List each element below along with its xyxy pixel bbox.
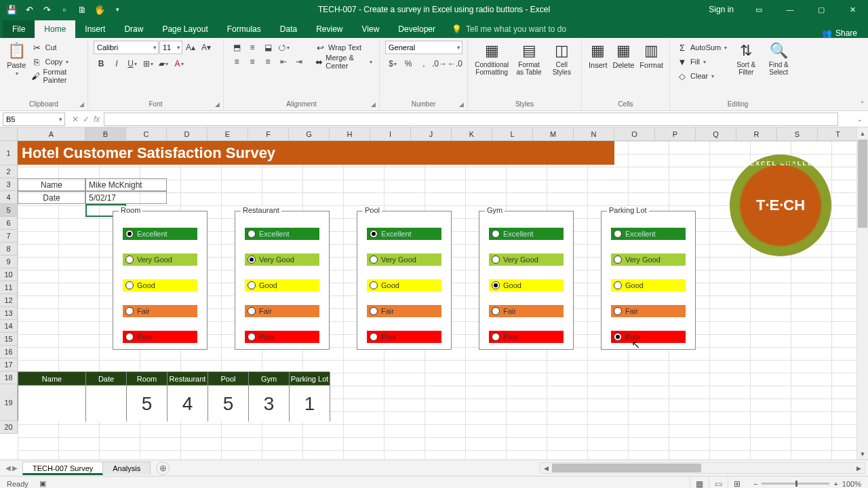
radio-very-good[interactable]: Very Good <box>367 253 441 266</box>
orientation-icon[interactable]: ⭯▾ <box>276 41 291 54</box>
tab-data[interactable]: Data <box>271 20 307 38</box>
scroll-down-icon[interactable]: ▼ <box>857 448 868 460</box>
underline-button[interactable]: U▾ <box>125 57 140 70</box>
tab-file[interactable]: File <box>3 20 35 38</box>
collapse-ribbon-icon[interactable]: ˄ <box>861 100 864 108</box>
tab-page-layout[interactable]: Page Layout <box>153 20 217 38</box>
radio-fair[interactable]: Fair <box>123 305 197 317</box>
autosum-button[interactable]: ΣAutoSum▾ <box>675 41 728 54</box>
results-value[interactable]: 5 <box>127 385 167 422</box>
name-box[interactable]: B5 <box>3 113 65 126</box>
radio-good[interactable]: Good <box>489 279 564 291</box>
radio-very-good[interactable]: Very Good <box>611 253 686 266</box>
italic-button[interactable]: I <box>109 57 124 70</box>
align-center-icon[interactable]: ≡ <box>245 55 260 68</box>
radio-very-good[interactable]: Very Good <box>123 253 197 266</box>
minimize-icon[interactable]: — <box>774 0 806 19</box>
column-header-F[interactable]: F <box>248 127 289 141</box>
enter-formula-icon[interactable]: ✓ <box>83 115 90 124</box>
font-size-select[interactable]: 11 <box>159 41 182 54</box>
font-launcher[interactable]: ◢ <box>213 100 221 108</box>
formula-input[interactable] <box>104 113 838 126</box>
font-name-select[interactable]: Calibri <box>94 41 159 54</box>
radio-very-good[interactable]: Very Good <box>489 253 564 266</box>
delete-cells-button[interactable]: ▦Delete <box>612 41 636 70</box>
column-header-T[interactable]: T <box>818 127 859 141</box>
scroll-up-icon[interactable]: ▲ <box>857 127 868 139</box>
find-select-button[interactable]: 🔍Find & Select <box>764 41 793 77</box>
row-header-8[interactable]: 8 <box>0 243 18 256</box>
number-format-select[interactable]: General <box>385 41 462 54</box>
tab-review[interactable]: Review <box>307 20 352 38</box>
radio-poor[interactable]: Poor <box>123 331 197 343</box>
macro-record-icon[interactable]: ▣ <box>35 479 50 488</box>
bold-button[interactable]: B <box>94 57 108 70</box>
column-header-K[interactable]: K <box>452 127 492 141</box>
column-header-H[interactable]: H <box>330 127 370 141</box>
merge-center-button[interactable]: ⬌Merge & Center▾ <box>313 55 374 68</box>
clear-button[interactable]: ◇Clear▾ <box>675 69 728 83</box>
column-header-B[interactable]: B <box>85 127 126 141</box>
vertical-scrollbar[interactable]: ▲ ▼ <box>856 127 868 460</box>
column-header-J[interactable]: J <box>411 127 452 141</box>
fill-button[interactable]: ▼Fill▾ <box>675 55 728 68</box>
row-header-2[interactable]: 2 <box>0 165 18 178</box>
results-value[interactable] <box>86 385 127 422</box>
page-layout-view-button[interactable]: ▭ <box>709 476 728 489</box>
row-header-9[interactable]: 9 <box>0 256 18 268</box>
sort-filter-button[interactable]: ⇅Sort & Filter <box>731 41 761 77</box>
column-header-Q[interactable]: Q <box>696 127 736 141</box>
hscroll-thumb[interactable] <box>552 464 701 472</box>
format-painter-button[interactable]: 🖌Format Painter <box>30 69 82 83</box>
fill-color-button[interactable]: ▰▾ <box>156 57 171 70</box>
column-header-N[interactable]: N <box>574 127 614 141</box>
row-header-7[interactable]: 7 <box>0 230 18 243</box>
cancel-formula-icon[interactable]: ✕ <box>72 115 79 124</box>
column-header-D[interactable]: D <box>167 127 208 141</box>
sheet-tab-analysis[interactable]: Analysis <box>102 462 151 474</box>
radio-very-good[interactable]: Very Good <box>245 253 319 266</box>
radio-excellent[interactable]: Excellent <box>367 228 441 240</box>
percent-icon[interactable]: % <box>401 57 416 70</box>
ribbon-options-icon[interactable]: ▭ <box>743 0 774 19</box>
touch-icon[interactable]: 🖐 <box>92 2 107 17</box>
name-value-cell[interactable]: Mike McKnight <box>85 178 167 191</box>
column-header-P[interactable]: P <box>655 127 696 141</box>
tab-formulas[interactable]: Formulas <box>218 20 271 38</box>
align-top-icon[interactable]: ⬒ <box>229 41 244 54</box>
number-launcher[interactable]: ◢ <box>457 100 465 108</box>
results-value[interactable]: 4 <box>167 385 208 422</box>
row-header-14[interactable]: 14 <box>0 320 18 333</box>
row-header-1[interactable]: 1 <box>0 141 18 165</box>
tab-developer[interactable]: Developer <box>389 20 445 38</box>
tab-view[interactable]: View <box>353 20 389 38</box>
horizontal-scrollbar[interactable]: ◀ ▶ <box>540 462 865 474</box>
radio-good[interactable]: Good <box>245 279 319 291</box>
normal-view-button[interactable]: ▦ <box>690 476 709 489</box>
inc-decimal-icon[interactable]: .0→ <box>432 57 447 70</box>
dec-decimal-icon[interactable]: ←.0 <box>448 57 462 70</box>
signin-link[interactable]: Sign in <box>699 5 743 14</box>
radio-good[interactable]: Good <box>611 279 686 291</box>
format-cells-button[interactable]: ▥Format <box>638 41 665 70</box>
scroll-right-icon[interactable]: ▶ <box>853 465 865 472</box>
column-header-R[interactable]: R <box>736 127 777 141</box>
indent-inc-icon[interactable]: ⇥ <box>292 55 307 68</box>
scroll-left-icon[interactable]: ◀ <box>540 465 552 472</box>
row-header-12[interactable]: 12 <box>0 294 18 307</box>
currency-icon[interactable]: $▾ <box>385 57 400 70</box>
row-header-3[interactable]: 3 <box>0 178 18 191</box>
zoom-out-icon[interactable]: − <box>753 480 757 488</box>
date-value-cell[interactable]: 5/02/17 <box>85 191 167 204</box>
column-header-I[interactable]: I <box>370 127 411 141</box>
wrap-text-button[interactable]: ↩Wrap Text <box>313 41 374 54</box>
tab-home[interactable]: Home <box>35 20 75 38</box>
save-icon[interactable]: 💾 <box>4 2 19 17</box>
row-header-17[interactable]: 17 <box>0 359 18 371</box>
column-header-E[interactable]: E <box>208 127 248 141</box>
borders-button[interactable]: ⊞▾ <box>140 57 155 70</box>
sheet-nav[interactable]: ◀▶ <box>0 464 23 472</box>
conditional-formatting-button[interactable]: ▦Conditional Formatting <box>473 41 511 77</box>
results-value[interactable]: 5 <box>208 385 249 422</box>
tab-draw[interactable]: Draw <box>115 20 153 38</box>
